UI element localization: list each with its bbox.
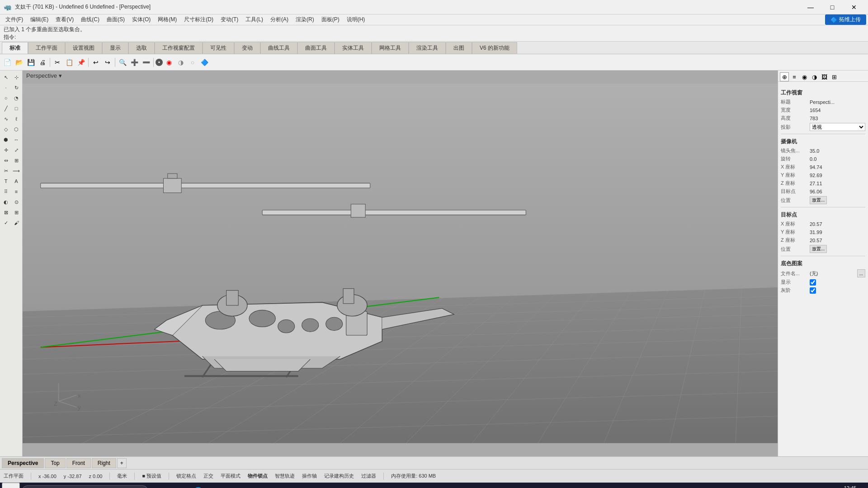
undo-button[interactable]: ↩ <box>90 57 101 68</box>
cage-tool[interactable]: ⊠ <box>1 207 11 217</box>
new-button[interactable]: 📄 <box>2 57 13 68</box>
toolbar-tab-5[interactable]: 工作视窗配置 <box>155 42 203 54</box>
toolbar-tab-2[interactable]: 设置视图 <box>65 42 102 54</box>
dim-tool[interactable]: ↔ <box>11 135 21 145</box>
paint-tool[interactable]: 🖌 <box>11 218 21 228</box>
record-history-status[interactable]: 记录建构历史 <box>324 473 354 479</box>
viewport-label[interactable]: Perspective ▾ <box>26 72 62 79</box>
filter-status[interactable]: 过滤器 <box>361 473 376 479</box>
check-tool[interactable]: ✓ <box>1 218 11 228</box>
zoom-in-button[interactable]: ➕ <box>129 57 140 68</box>
toolbar-tab-6[interactable]: 可见性 <box>203 42 234 54</box>
vp-tab-right[interactable]: Right <box>92 458 116 468</box>
vp-tab-top[interactable]: Top <box>45 458 65 468</box>
trim-tool[interactable]: ✂ <box>1 166 11 176</box>
taskbar-clock[interactable]: 12:45 2020/12/31 <box>838 485 863 488</box>
paste-button[interactable]: 📌 <box>75 57 86 68</box>
toolbar-tab-4[interactable]: 选取 <box>128 42 155 54</box>
vp-tab-perspective[interactable]: Perspective <box>2 458 44 468</box>
toolbar-tab-10[interactable]: 实体工具 <box>335 42 372 54</box>
mirror-tool[interactable]: ⇔ <box>1 155 11 165</box>
menu-item-变动T[interactable]: 变动(T) <box>217 15 242 24</box>
scale-tool[interactable]: ⤢ <box>11 145 21 155</box>
maximize-button[interactable]: □ <box>822 0 843 14</box>
menu-item-说明H[interactable]: 说明(H) <box>343 15 369 24</box>
cage2-tool[interactable]: ⊞ <box>11 207 21 217</box>
object-snap-status[interactable]: 物件锁点 <box>248 473 268 479</box>
menu-item-查看V[interactable]: 查看(V) <box>52 15 77 24</box>
toolbar-tab-7[interactable]: 变动 <box>234 42 260 54</box>
main-viewport[interactable]: 3D 3D 北 3D 3D 北 Perspective ▾ <box>23 70 778 456</box>
annotation-tool[interactable]: A <box>11 176 21 186</box>
rp-set-tgt-btn[interactable]: 放置... <box>810 245 827 253</box>
gumball-status[interactable]: 操作轴 <box>302 473 317 479</box>
menu-item-曲线C[interactable]: 曲线(C) <box>77 15 103 24</box>
minimize-button[interactable]: — <box>800 0 821 14</box>
taskbar-mail-btn[interactable]: ✉ <box>226 483 242 488</box>
rp-tab-layers[interactable]: ≡ <box>790 72 799 81</box>
line-tool[interactable]: ╱ <box>1 103 11 113</box>
menu-item-尺寸标注D[interactable]: 尺寸标注(D) <box>180 15 217 24</box>
plugin-upload-button[interactable]: 🔷 拓维上传 <box>825 14 866 25</box>
wireframe-btn[interactable]: ○ <box>187 57 198 68</box>
rp-browse-btn[interactable]: ... <box>857 269 865 277</box>
rp-tab-render[interactable]: 🖼 <box>820 72 829 81</box>
toolbar-tab-13[interactable]: 出图 <box>446 42 472 54</box>
display-btn[interactable]: 🔷 <box>199 57 210 68</box>
extend-tool[interactable]: ⟶ <box>11 166 21 176</box>
curve-tool[interactable]: ∿ <box>1 114 11 124</box>
array-tool[interactable]: ⊞ <box>11 155 21 165</box>
menu-item-网格M[interactable]: 网格(M) <box>154 15 180 24</box>
menu-item-曲面S[interactable]: 曲面(S) <box>103 15 128 24</box>
mesh-tool[interactable]: ⬡ <box>11 124 21 134</box>
redo-button[interactable]: ↪ <box>102 57 113 68</box>
save-button[interactable]: 💾 <box>25 57 36 68</box>
material-btn[interactable]: ◑ <box>175 57 186 68</box>
toolbar-tab-0[interactable]: 标准 <box>2 42 28 54</box>
shading-btn[interactable]: ● <box>156 59 163 66</box>
toolbar-tab-14[interactable]: V6 的新功能 <box>472 42 517 54</box>
menu-item-渲染R[interactable]: 渲染(R) <box>292 15 318 24</box>
zoom-out-button[interactable]: ➖ <box>141 57 151 68</box>
ortho-status[interactable]: 正交 <box>203 473 213 479</box>
solid-tool[interactable]: ⬢ <box>1 135 11 145</box>
menu-item-面板P[interactable]: 面板(P) <box>318 15 343 24</box>
lock-snap-status[interactable]: 锁定格点 <box>176 473 196 479</box>
toolbar-tab-1[interactable]: 工作平面 <box>28 42 65 54</box>
point-tool[interactable]: · <box>1 83 11 93</box>
rp-tab-display[interactable]: ◉ <box>800 72 809 81</box>
print-button[interactable]: 🖨 <box>37 57 48 68</box>
select-tool[interactable]: ↖ <box>1 72 11 82</box>
cut-button[interactable]: ✂ <box>52 57 63 68</box>
menu-item-实体O[interactable]: 实体(O) <box>128 15 154 24</box>
light-tool[interactable]: ⊙ <box>11 197 21 207</box>
rp-tab-materials[interactable]: ◑ <box>810 72 819 81</box>
toolbar-tab-9[interactable]: 曲面工具 <box>297 42 335 54</box>
move-tool[interactable]: ✛ <box>1 145 11 155</box>
taskbar-explorer-btn[interactable]: 📁 <box>172 483 188 488</box>
rp-tab-more[interactable]: ⊞ <box>830 72 839 81</box>
menu-item-工具L[interactable]: 工具(L) <box>242 15 267 24</box>
menu-item-编辑E[interactable]: 编辑(E) <box>27 15 52 24</box>
surface-tool[interactable]: ◇ <box>1 124 11 134</box>
toolbar-tab-3[interactable]: 显示 <box>102 42 128 54</box>
arc-tool[interactable]: ◔ <box>11 93 21 103</box>
taskbar-rhino-btn[interactable]: 🦏 <box>244 483 260 488</box>
select2-tool[interactable]: ⊹ <box>11 72 21 82</box>
planar-status[interactable]: 平面模式 <box>221 473 241 479</box>
render-color-btn[interactable]: ◉ <box>164 57 175 68</box>
start-button[interactable]: ⊞ <box>2 483 20 488</box>
taskbar-folder-btn[interactable]: 🗂 <box>208 483 224 488</box>
open-button[interactable]: 📂 <box>14 57 24 68</box>
rotate-tool[interactable]: ↻ <box>11 83 21 93</box>
copy-button[interactable]: 📋 <box>64 57 75 68</box>
dots-tool[interactable]: ⠿ <box>1 187 11 197</box>
vp-tab-add[interactable]: + <box>117 458 127 468</box>
taskbar-edge-btn[interactable]: 🌐 <box>190 483 206 488</box>
toolbar-tab-8[interactable]: 曲线工具 <box>260 42 297 54</box>
rect-tool[interactable]: □ <box>11 103 21 113</box>
circle-tool[interactable]: ○ <box>1 93 11 103</box>
toolbar-tab-11[interactable]: 网格工具 <box>372 42 409 54</box>
toolbar-tab-12[interactable]: 渲染工具 <box>409 42 446 54</box>
menu-item-文件F[interactable]: 文件(F) <box>2 15 27 24</box>
